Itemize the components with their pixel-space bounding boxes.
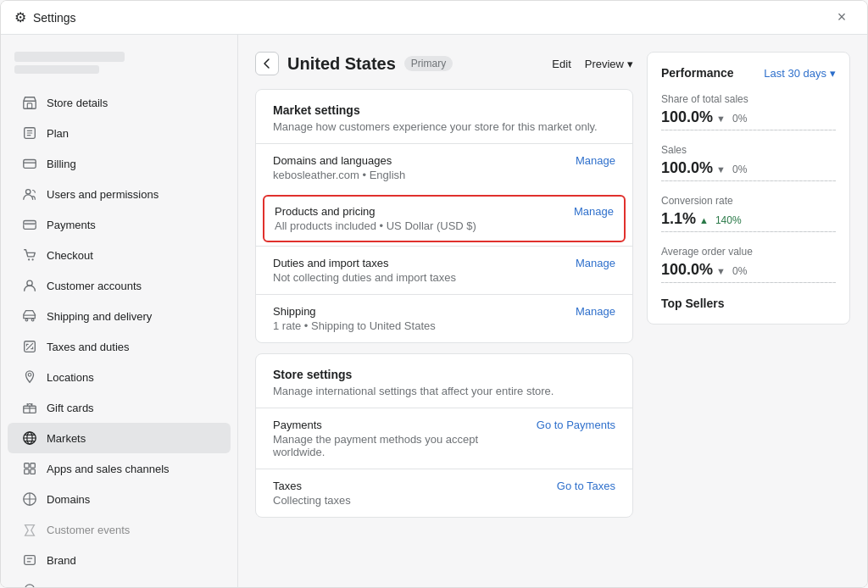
svg-rect-19: [25, 463, 29, 468]
sidebar-item-label: Domains: [47, 493, 90, 506]
domains-languages-section: Domains and languages kebosleather.com •…: [256, 143, 632, 191]
section-content: Products and pricing All products includ…: [275, 205, 564, 232]
payments-icon: [21, 216, 38, 233]
metric-sales: Sales 100.0% ▼ 0%: [661, 144, 836, 181]
performance-header: Performance Last 30 days ▾: [661, 66, 836, 80]
close-button[interactable]: ×: [830, 6, 854, 30]
card-header: Store settings Manage international sett…: [256, 354, 632, 408]
sidebar-item-label: Payments: [47, 219, 96, 231]
goto-taxes-link[interactable]: Go to Taxes: [557, 480, 615, 492]
main-panel: United States Primary Edit Preview ▾ M: [255, 52, 633, 570]
products-manage-link[interactable]: Manage: [574, 205, 614, 218]
metric-label: Average order value: [661, 246, 836, 258]
section-desc: All products included • US Dollar (USD $…: [275, 219, 564, 232]
top-sellers-title: Top Sellers: [661, 297, 836, 310]
sidebar-item-label: Checkout: [47, 249, 93, 262]
card-title: Store settings: [273, 368, 615, 381]
metric-value: 100.0%: [661, 108, 713, 126]
metric-avg-order: Average order value 100.0% ▼ 0%: [661, 246, 836, 283]
performance-title: Performance: [661, 66, 734, 80]
section-title: Domains and languages: [273, 154, 565, 167]
sidebar-item-domains[interactable]: Domains: [8, 484, 231, 514]
duties-section: Duties and import taxes Not collecting d…: [256, 246, 632, 294]
right-panel: Performance Last 30 days ▾ Share of tota…: [647, 52, 850, 570]
svg-rect-1: [27, 103, 31, 108]
sidebar-item-customer-accounts[interactable]: Customer accounts: [8, 270, 231, 301]
sidebar-item-apps[interactable]: Apps and sales channels: [8, 453, 231, 484]
main-layout: Store details Plan Billing: [1, 35, 867, 587]
sidebar-item-markets[interactable]: Markets: [8, 423, 231, 453]
page-title: United States: [287, 54, 396, 74]
edit-button[interactable]: Edit: [552, 58, 570, 70]
sidebar-item-gift-cards[interactable]: Gift cards: [8, 392, 231, 423]
settings-icon: ⚙: [14, 9, 26, 25]
users-icon: [21, 186, 38, 202]
card-subtitle: Manage how customers experience your sto…: [273, 120, 615, 133]
sidebar-item-notifications[interactable]: Notifications: [8, 575, 231, 587]
section-title: Duties and import taxes: [273, 257, 565, 269]
taxes-icon: [21, 338, 38, 355]
markets-icon: [21, 430, 38, 447]
store-icon: [21, 94, 38, 111]
sidebar-item-billing[interactable]: Billing: [8, 148, 231, 179]
section-desc: 1 rate • Shipping to United States: [273, 319, 565, 332]
section-desc: kebosleather.com • English: [273, 169, 565, 181]
sidebar-item-store-details[interactable]: Store details: [8, 87, 231, 118]
sidebar-profile: [1, 45, 237, 87]
section-desc: Not collecting duties and import taxes: [273, 271, 565, 284]
sidebar-item-label: Brand: [47, 554, 76, 567]
svg-point-10: [25, 319, 28, 321]
svg-point-13: [28, 374, 31, 377]
sidebar-item-label: Customer events: [47, 524, 130, 536]
svg-rect-22: [31, 469, 35, 474]
events-icon: [21, 521, 38, 538]
section-title: Products and pricing: [275, 205, 564, 218]
goto-payments-link[interactable]: Go to Payments: [537, 419, 615, 431]
preview-button[interactable]: Preview ▾: [585, 58, 633, 70]
card-title: Market settings: [273, 103, 615, 117]
plan-icon: [21, 125, 38, 141]
sidebar-item-label: Locations: [47, 371, 94, 384]
sidebar-item-plan[interactable]: Plan: [8, 118, 231, 148]
back-button[interactable]: [255, 52, 279, 75]
metric-conversion: Conversion rate 1.1% ▲ 140%: [661, 195, 836, 232]
sidebar-item-label: Apps and sales channels: [47, 463, 170, 475]
metric-separator: [661, 130, 836, 130]
svg-point-15: [26, 403, 28, 405]
metric-separator: [661, 231, 836, 232]
content-area: United States Primary Edit Preview ▾ M: [238, 35, 867, 587]
section-desc: Collecting taxes: [273, 494, 547, 507]
metric-separator: [661, 282, 836, 283]
metric-change: 0%: [732, 113, 747, 125]
sidebar-item-taxes[interactable]: Taxes and duties: [8, 331, 231, 362]
market-settings-card: Market settings Manage how customers exp…: [255, 89, 633, 343]
window-title: Settings: [33, 11, 76, 25]
sidebar-item-users[interactable]: Users and permissions: [8, 179, 231, 209]
duties-manage-link[interactable]: Manage: [576, 257, 615, 269]
metric-label: Sales: [661, 144, 836, 156]
sidebar-item-locations[interactable]: Locations: [8, 362, 231, 392]
sidebar-item-label: Users and permissions: [47, 188, 159, 201]
taxes-section: Taxes Collecting taxes Go to Taxes: [256, 469, 632, 517]
svg-rect-20: [31, 463, 35, 468]
sidebar-item-label: Shipping and delivery: [47, 310, 152, 323]
chevron-down-icon: ▾: [830, 67, 836, 80]
svg-rect-3: [24, 160, 36, 169]
sidebar-item-shipping[interactable]: Shipping and delivery: [8, 301, 231, 331]
performance-period[interactable]: Last 30 days ▾: [764, 67, 836, 80]
metric-change: 0%: [732, 164, 747, 175]
shipping-manage-link[interactable]: Manage: [576, 305, 615, 318]
metric-direction: ▲: [699, 215, 709, 225]
brand-icon: [21, 552, 38, 569]
notifications-icon: [21, 582, 38, 587]
metric-separator: [661, 180, 836, 181]
sidebar-item-checkout[interactable]: Checkout: [8, 240, 231, 270]
sidebar-item-brand[interactable]: Brand: [8, 545, 231, 575]
chevron-down-icon: ▾: [627, 58, 633, 70]
section-content: Duties and import taxes Not collecting d…: [273, 257, 565, 284]
section-title: Taxes: [273, 480, 547, 492]
domains-manage-link[interactable]: Manage: [576, 154, 615, 167]
metric-change: 140%: [715, 214, 742, 226]
svg-point-8: [32, 258, 34, 260]
sidebar-item-payments[interactable]: Payments: [8, 209, 231, 240]
